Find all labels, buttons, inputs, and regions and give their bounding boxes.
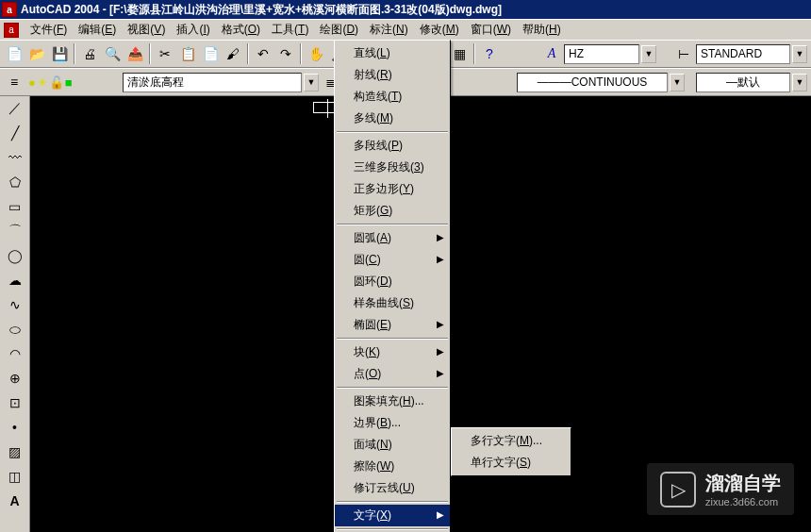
line-tool[interactable]: ／ [4,98,26,119]
save-button[interactable]: 💾 [49,43,70,64]
redo-button[interactable]: ↷ [275,43,296,64]
menu-dimension[interactable]: 标注(N) [364,20,414,40]
circle-tool[interactable]: ◯ [4,245,26,266]
menu-modify[interactable]: 修改(M) [414,20,465,40]
menu-tools[interactable]: 工具(T) [266,20,314,40]
ellipsearc-tool[interactable]: ◠ [4,343,26,364]
arc-tool[interactable]: ⌒ [4,221,26,241]
point-tool[interactable]: • [4,417,26,438]
menu-format[interactable]: 格式(O) [216,20,266,40]
layer-drop[interactable]: ▼ [304,74,319,91]
undo-button[interactable]: ↶ [253,43,273,64]
menu-item-擦除[interactable]: 擦除(W) [335,456,450,477]
dimstyle-icon[interactable]: ⊢ [673,43,694,64]
menu-item-点[interactable]: 点(O)▶ [335,363,450,385]
menu-edit[interactable]: 编辑(E) [73,20,122,40]
draw-menu-dropdown: 直线(L)射线(R)构造线(T)多线(M)多段线(P)三维多段线(3)正多边形(… [334,40,451,532]
menu-item-矩形[interactable]: 矩形(G) [335,200,450,222]
app-menu-icon[interactable]: a [4,23,19,38]
insertblock-tool[interactable]: ⊕ [4,368,26,389]
plotstyle-value: 默认 [737,75,760,91]
linetype-drop[interactable]: ▼ [670,74,685,91]
linetype-select[interactable]: ——— CONTINUOUS [517,73,668,92]
menu-view[interactable]: 视图(V) [122,20,171,40]
menu-help[interactable]: 帮助(H) [517,20,567,40]
menu-separator [337,338,448,340]
paste-button[interactable]: 📄 [200,43,221,64]
layer-manager-button[interactable]: ≡ [4,72,25,92]
menu-item-文字[interactable]: 文字(X)▶ [335,505,450,526]
mtext-tool[interactable]: A [4,490,26,511]
submenu-item-多行文字[interactable]: 多行文字(M)... [452,430,571,452]
menu-separator [337,224,448,225]
menu-item-多段线[interactable]: 多段线(P) [335,135,450,157]
revcloud-tool[interactable]: ☁ [4,270,26,291]
open-button[interactable]: 📂 [26,43,47,64]
makeblock-tool[interactable]: ⊡ [4,392,26,413]
dimstyle-value: STANDARD [701,47,762,60]
textstyle-drop[interactable]: ▼ [641,45,656,63]
text-submenu: 多行文字(M)...单行文字(S) [451,427,571,476]
menu-item-多线[interactable]: 多线(M) [335,108,450,129]
publish-button[interactable]: 📤 [124,43,145,64]
menu-draw[interactable]: 绘图(D) [314,20,364,40]
copy-button[interactable]: 📋 [177,43,198,64]
menu-separator [337,501,448,503]
menu-item-块[interactable]: 块(K)▶ [335,341,450,363]
menu-item-圆弧[interactable]: 圆弧(A)▶ [335,227,450,249]
print-button[interactable]: 🖨 [79,43,100,64]
menu-item-修订云线[interactable]: 修订云线(U) [335,477,450,499]
xline-tool[interactable]: ╱ [4,123,26,143]
menu-item-三维多段线[interactable]: 三维多段线(3) [335,157,450,178]
pline-tool[interactable]: 〰 [4,147,26,168]
dimstyle-select[interactable]: STANDARD [696,44,790,64]
lock-icon: 🔓 [49,75,64,90]
watermark: ▷ 溜溜自学 zixue.3d66.com [647,463,794,515]
textstyle-select[interactable]: HZ [564,44,639,64]
separator [300,43,302,64]
app-icon: a [2,2,17,17]
sun-icon: ☀ [37,75,48,90]
region-tool[interactable]: ◫ [4,466,26,487]
textstyle-icon[interactable]: A [541,43,562,64]
menu-separator [337,387,448,389]
rectangle-tool[interactable]: ▭ [4,196,26,217]
menu-item-射线[interactable]: 射线(R) [335,64,450,86]
new-button[interactable]: 📄 [4,43,25,64]
help-button[interactable]: ? [479,43,500,64]
preview-button[interactable]: 🔍 [102,43,123,64]
color-icon: ■ [65,75,73,90]
layer-select[interactable]: 清淤底高程 [123,73,302,92]
ellipse-tool[interactable]: ⬭ [4,319,26,340]
dimstyle-drop[interactable]: ▼ [792,45,807,63]
menu-insert[interactable]: 插入(I) [171,20,215,40]
pan-button[interactable]: ✋ [306,43,326,64]
menu-item-圆环[interactable]: 圆环(D) [335,271,450,292]
menu-item-构造线[interactable]: 构造线(T) [335,86,450,108]
menu-item-直线[interactable]: 直线(L) [335,42,450,64]
menu-item-图案填充[interactable]: 图案填充(H)... [335,391,450,412]
menu-item-样条曲线[interactable]: 样条曲线(S) [335,292,450,314]
linetype-value: CONTINUOUS [571,75,648,89]
separator [149,43,151,64]
menu-bar: a 文件(F) 编辑(E) 视图(V) 插入(I) 格式(O) 工具(T) 绘图… [0,19,811,40]
polygon-tool[interactable]: ⬠ [4,172,26,192]
menu-item-面域[interactable]: 面域(N) [335,434,450,456]
toolpalettes-button[interactable]: ▦ [449,43,470,64]
cut-button[interactable]: ✂ [155,43,175,64]
spline-tool[interactable]: ∿ [4,294,26,315]
menu-item-圆[interactable]: 圆(C)▶ [335,249,450,271]
layer-value: 清淤底高程 [127,75,184,91]
menu-item-椭圆[interactable]: 椭圆(E)▶ [335,314,450,336]
menu-window[interactable]: 窗口(W) [465,20,517,40]
menu-file[interactable]: 文件(F) [25,20,73,40]
separator [247,43,249,64]
menu-item-边界[interactable]: 边界(B)... [335,412,450,434]
hatch-tool[interactable]: ▨ [4,441,26,462]
plotstyle-drop[interactable]: ▼ [792,74,807,91]
matchprop-button[interactable]: 🖌 [223,43,243,64]
bulb-icon: ● [28,75,36,90]
submenu-item-单行文字[interactable]: 单行文字(S) [452,452,571,474]
menu-item-正多边形[interactable]: 正多边形(Y) [335,178,450,200]
plotstyle-select[interactable]: — 默认 [696,73,790,92]
